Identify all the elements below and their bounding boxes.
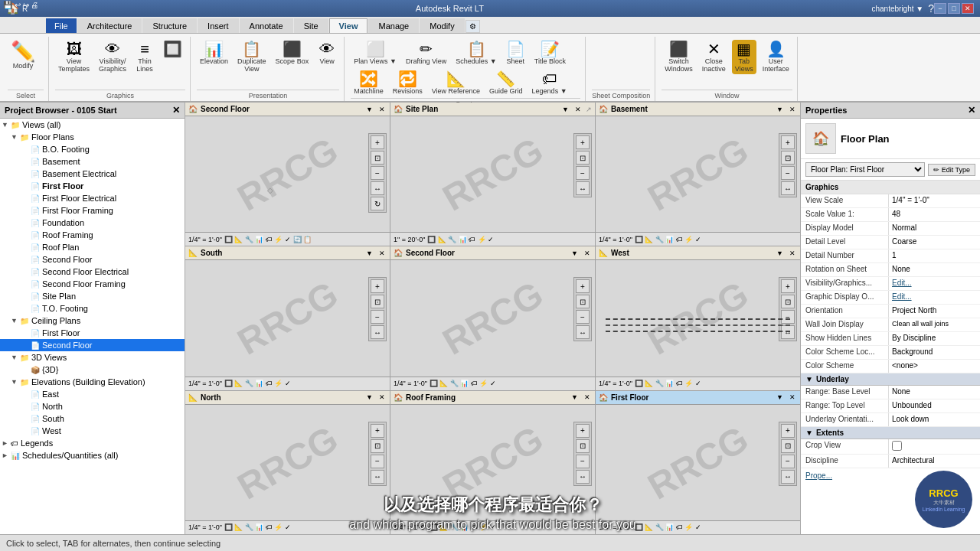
zoom-fit-bsmt[interactable]: ⊡ [781,151,795,165]
modify-button[interactable]: ✏️ Modify [8,40,38,71]
view-btn[interactable]: 👁 View [315,40,339,67]
tab-insert[interactable]: Insert [198,18,239,33]
tab-view[interactable]: View [329,18,368,33]
zoom-fit-sf2[interactable]: ⊡ [576,295,590,308]
tree-ceiling-plans[interactable]: ▼📁Ceiling Plans [0,315,185,327]
tree-to-footing[interactable]: 📄T.O. Footing [0,302,185,315]
tree-south[interactable]: 📄South [0,412,185,425]
tab-structure[interactable]: Structure [142,18,197,33]
pan-rf[interactable]: ↔ [576,470,590,484]
tree-basement-elec[interactable]: 📄Basement Electrical [0,168,185,180]
close-button[interactable]: ✕ [962,3,974,14]
zoom-in-sp[interactable]: + [576,135,590,149]
tree-site-plan[interactable]: 📄Site Plan [0,290,185,302]
view-templates-button[interactable]: 🖼 ViewTemplates [55,40,93,74]
pan-ff[interactable]: ↔ [781,470,795,484]
zoom-fit-west[interactable]: ⊡ [781,295,795,308]
tree-east[interactable]: 📄East [0,388,185,400]
pan-sf2[interactable]: ↔ [576,325,590,339]
tree-first-floor-framing[interactable]: 📄First Floor Framing [0,204,185,217]
zoom-in-bsmt[interactable]: + [781,135,795,149]
view-sf2-content[interactable]: RRCG + ⊡ − ↔ [390,260,595,376]
visibility-graphics-button[interactable]: 👁 Visibility/Graphics [96,40,129,74]
tree-schedules[interactable]: ►📊Schedules/Quantities (all) [0,449,185,461]
view-west-content[interactable]: RRCG + ⊡ − ↔ [596,260,800,376]
zoom-out-south[interactable]: − [371,310,384,324]
view-north-collapse[interactable]: ▼ [364,393,374,401]
matchline-button[interactable]: 🔀 Matchline [351,70,387,96]
pan-bsmt[interactable]: ↔ [781,181,795,195]
elevation-button[interactable]: 📊 Elevation [197,40,231,67]
tree-foundation[interactable]: 📄Foundation [0,217,185,229]
properties-close[interactable]: ✕ [968,105,975,116]
guide-grid-button[interactable]: 📏 Guide Grid [486,70,526,96]
tree-first-floor-elec[interactable]: 📄First Floor Electrical [0,192,185,204]
zoom-out-rf[interactable]: − [576,455,590,468]
view-west-close[interactable]: ✕ [788,249,797,257]
legends-button[interactable]: 🏷 Legends ▼ [529,70,570,96]
pan-north[interactable]: ↔ [371,470,384,484]
zoom-fit-sp[interactable]: ⊡ [576,151,590,165]
view-north-content[interactable]: RRCG + ⊡ − ↔ [185,405,390,520]
zoom-in-btn[interactable]: + [371,135,384,149]
dup-view-button[interactable]: 📋 DuplicateView [234,40,270,74]
view-sf-close[interactable]: ✕ [377,106,387,113]
active-tool-btn[interactable]: ⚙ [466,20,480,33]
close-inactive-button[interactable]: ✕ CloseInactive [699,40,729,74]
user-interface-button[interactable]: 👤 UserInterface [760,40,792,74]
tree-3d[interactable]: 📦{3D} [0,364,185,376]
view-ff-close[interactable]: ✕ [788,393,797,401]
zoom-out-north[interactable]: − [371,455,384,468]
tree-basement[interactable]: 📄Basement [0,155,185,168]
plan-views-button[interactable]: ⬜ Plan Views ▼ [351,40,400,67]
tree-views-all[interactable]: ▼ 📁 Views (all) [0,119,185,131]
graphics-btn4[interactable]: 🔲 [160,40,185,59]
view-ff-content[interactable]: RRCG + ⊡ − ↔ [596,405,800,520]
tab-architecture[interactable]: Architecture [77,18,142,33]
crop-view-checkbox[interactable] [892,441,902,451]
scope-box-button[interactable]: ⬛ Scope Box [273,40,312,67]
zoom-fit-north[interactable]: ⊡ [371,439,384,453]
zoom-out-bsmt[interactable]: − [781,166,795,180]
zoom-in-ff[interactable]: + [781,424,795,438]
tree-north[interactable]: 📄North [0,400,185,412]
tree-west[interactable]: 📄West [0,425,185,437]
tab-site[interactable]: Site [294,18,328,33]
zoom-in-north[interactable]: + [371,424,384,438]
drafting-view-button[interactable]: ✏ Drafting View [403,40,449,67]
tree-elevations[interactable]: ▼📁Elevations (Building Elevation) [0,376,185,388]
edit-type-button[interactable]: ✏ Edit Type [928,164,975,176]
view-site-plan-content[interactable]: RRCG + ⊡ − ↔ [390,116,595,232]
view-south-close[interactable]: ✕ [377,249,387,257]
zoom-fit-ff[interactable]: ⊡ [781,439,795,453]
view-rf-close[interactable]: ✕ [583,393,592,401]
view-ff-collapse[interactable]: ▼ [775,393,785,401]
zoom-out-ff[interactable]: − [781,455,795,468]
view-rf-content[interactable]: RRCG + ⊡ − ↔ [390,405,595,520]
minimize-button[interactable]: − [934,3,946,14]
view-basement-content[interactable]: RRCG + ⊡ − ↔ [596,116,800,232]
window-controls[interactable]: − □ ✕ [934,3,974,14]
zoom-fit-rf[interactable]: ⊡ [576,439,590,453]
thin-lines-button[interactable]: ≡ ThinLines [132,40,157,74]
sheet-button[interactable]: 📄 Sheet [503,40,528,67]
project-browser-tree[interactable]: ▼ 📁 Views (all) ▼ 📁 Floor Plans 📄B.O. Fo… [0,119,185,534]
tree-floor-plans[interactable]: ▼ 📁 Floor Plans [0,131,185,143]
view-sp-collapse[interactable]: ▼ [560,106,570,113]
tree-first-floor[interactable]: 📄First Floor [0,180,185,192]
tree-3d-views[interactable]: ▼📁3D Views [0,351,185,364]
maximize-button[interactable]: □ [948,3,960,14]
view-ref-button[interactable]: 📐 View Reference [429,70,483,96]
switch-windows-button[interactable]: ⬛ SwitchWindows [662,40,696,74]
prop-type-select[interactable]: Floor Plan: First Floor [805,162,925,177]
tree-roof-framing[interactable]: 📄Roof Framing [0,229,185,241]
revisions-button[interactable]: 🔁 Revisions [390,70,426,96]
pan-btn[interactable]: ↔ [371,181,384,195]
view-sf2-collapse[interactable]: ▼ [570,249,580,257]
view-bsmt-collapse[interactable]: ▼ [775,106,785,113]
view-sf-collapse[interactable]: ▼ [364,106,374,113]
view-second-floor-content[interactable]: RRCG + ⊡ − ↔ ↻ ◇ [185,116,390,232]
view-bsmt-close[interactable]: ✕ [788,106,797,113]
view-south-content[interactable]: RRCG + ⊡ − ↔ [185,260,390,376]
tab-modify[interactable]: Modify [420,18,464,33]
